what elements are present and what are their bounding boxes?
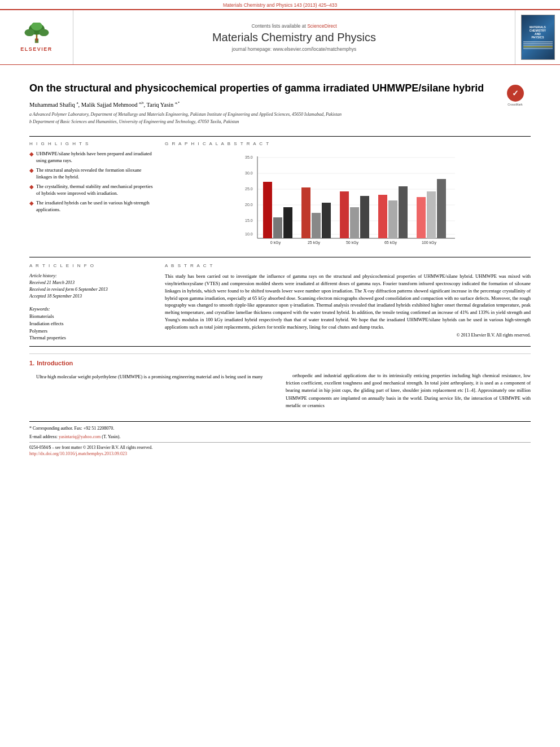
- svg-text:15.0: 15.0: [245, 219, 253, 222]
- svg-text:30.0: 30.0: [245, 171, 253, 175]
- svg-text:65 kGy: 65 kGy: [384, 241, 397, 245]
- journal-cover-area: MATERIALSCHEMISTRYANDPHYSICS: [515, 10, 560, 64]
- corresponding-note: * Corresponding author. Fax: +92 51 2208…: [29, 425, 531, 431]
- graphical-abstract-header: G R A P H I C A L A B S T R A C T: [165, 141, 531, 146]
- journal-cover: MATERIALSCHEMISTRYANDPHYSICS: [521, 15, 555, 60]
- highlights-list: ◆ UHMWPE/silane hybrids have been prepar…: [29, 151, 154, 213]
- intro-section-number: 1.: [29, 360, 34, 366]
- email-link[interactable]: yasintariq@yahoo.com: [59, 434, 100, 439]
- bullet-1: ◆: [29, 150, 34, 164]
- article-info-abstract-section: A R T I C L E I N F O Article history: R…: [29, 263, 531, 342]
- article-info-left: A R T I C L E I N F O Article history: R…: [29, 263, 154, 342]
- highlight-text-3: The crystallinity, thermal stability and…: [36, 184, 154, 197]
- highlights-section: H I G H L I G H T S ◆ UHMWPE/silane hybr…: [29, 141, 154, 252]
- affiliation-b: b Department of Basic Sciences and Human…: [29, 119, 531, 125]
- svg-rect-36: [399, 186, 408, 238]
- keyword-2: Irradiation effects: [29, 320, 154, 327]
- highlight-item-4: ◆ The irradiated hybrids can be used in …: [29, 200, 154, 213]
- highlights-header: H I G H L I G H T S: [29, 141, 154, 146]
- keyword-3: Polymers: [29, 327, 154, 335]
- email-note: E-mail address: yasintariq@yahoo.com (T.…: [29, 434, 531, 440]
- highlight-item-3: ◆ The crystallinity, thermal stability a…: [29, 184, 154, 197]
- journal-header-center: Contents lists available at ScienceDirec…: [73, 10, 515, 64]
- svg-rect-23: [273, 217, 282, 238]
- journal-top-ref: Materials Chemistry and Physics 143 (201…: [0, 0, 560, 9]
- abstract-copyright: © 2013 Elsevier B.V. All rights reserved…: [165, 333, 531, 338]
- sciencedirect-link[interactable]: ScienceDirect: [307, 23, 336, 29]
- divider-2: [29, 257, 531, 257]
- bullet-4: ◆: [29, 199, 34, 213]
- svg-rect-30: [340, 191, 349, 238]
- svg-text:20.0: 20.0: [245, 203, 253, 207]
- svg-rect-34: [378, 195, 387, 238]
- main-content: On the structural and physicochemical pr…: [0, 65, 560, 464]
- footer-section: * Corresponding author. Fax: +92 51 2208…: [29, 421, 531, 456]
- graphical-abstract-chart: 35.0 30.0 25.0 20.0 15.0 10.0: [165, 151, 531, 252]
- elsevier-logo: ELSEVIER: [8, 20, 65, 54]
- highlight-text-1: UHMWPE/silane hybrids have been prepared…: [36, 151, 154, 164]
- svg-rect-27: [312, 213, 321, 238]
- highlight-item-2: ◆ The structural analysis revealed the f…: [29, 167, 154, 181]
- intro-col-right: orthopedic and industrial applications d…: [286, 360, 531, 412]
- svg-text:100 kGy: 100 kGy: [422, 241, 437, 245]
- abstract-section: A B S T R A C T This study has been carr…: [165, 263, 531, 342]
- keywords-label: Keywords:: [29, 305, 154, 313]
- footer-copyright: 0254-0584/$ – see front matter © 2013 El…: [29, 445, 531, 450]
- svg-point-3: [24, 29, 34, 36]
- svg-rect-26: [301, 187, 310, 238]
- keyword-1: Biomaterials: [29, 313, 154, 320]
- journal-homepage: journal homepage: www.elsevier.com/locat…: [85, 46, 504, 52]
- article-title-section: On the structural and physicochemical pr…: [29, 73, 531, 132]
- bar-chart-svg: 35.0 30.0 25.0 20.0 15.0 10.0: [165, 151, 531, 247]
- highlight-text-2: The structural analysis revealed the for…: [36, 167, 154, 181]
- revised-date: Received in revised form 6 September 201…: [29, 286, 154, 293]
- keyword-4: Thermal properties: [29, 334, 154, 342]
- bullet-2: ◆: [29, 167, 34, 181]
- elsevier-tree-icon: [17, 23, 56, 44]
- journal-cover-title: MATERIALSCHEMISTRYANDPHYSICS: [530, 25, 546, 39]
- introduction-section: 1. Introduction Ultra-high molecular wei…: [29, 353, 531, 412]
- journal-title: Materials Chemistry and Physics: [85, 31, 504, 44]
- highlight-item-1: ◆ UHMWPE/silane hybrids have been prepar…: [29, 151, 154, 164]
- accepted-date: Accepted 18 September 2013: [29, 293, 154, 300]
- journal-header: ELSEVIER Contents lists available at Sci…: [0, 9, 560, 65]
- elsevier-brand: ELSEVIER: [20, 46, 53, 52]
- intro-right-text: orthopedic and industrial applications d…: [286, 372, 531, 409]
- crossmark-text: CrossMark: [508, 103, 523, 106]
- divider-1: [29, 136, 531, 137]
- svg-rect-24: [283, 207, 292, 238]
- article-title: On the structural and physicochemical pr…: [29, 82, 531, 95]
- intro-col-left: 1. Introduction Ultra-high molecular wei…: [29, 360, 274, 412]
- affiliation-a: a Advanced Polymer Laboratory, Departmen…: [29, 111, 531, 117]
- svg-rect-38: [417, 197, 426, 238]
- svg-rect-31: [350, 207, 359, 238]
- svg-text:50 kGy: 50 kGy: [346, 241, 359, 245]
- svg-text:25 kGy: 25 kGy: [308, 241, 321, 245]
- affiliations: a Advanced Polymer Laboratory, Departmen…: [29, 111, 531, 125]
- highlights-graphical-section: H I G H L I G H T S ◆ UHMWPE/silane hybr…: [29, 141, 531, 252]
- footer-doi[interactable]: http://dx.doi.org/10.1016/j.matchemphys.…: [29, 451, 531, 456]
- footer-divider: [29, 442, 531, 443]
- svg-point-6: [36, 38, 38, 41]
- history-label: Article history:: [29, 273, 154, 279]
- abstract-header: A B S T R A C T: [165, 263, 531, 268]
- svg-rect-32: [360, 196, 369, 238]
- crossmark-icon: ✓: [507, 85, 524, 102]
- email-person: (T. Yasin).: [102, 434, 120, 439]
- sciencedirect-line: Contents lists available at ScienceDirec…: [85, 23, 504, 29]
- intro-two-col: 1. Introduction Ultra-high molecular wei…: [29, 360, 531, 412]
- svg-text:10.0: 10.0: [245, 232, 253, 236]
- svg-text:25.0: 25.0: [245, 187, 253, 191]
- svg-text:35.0: 35.0: [245, 155, 253, 159]
- svg-rect-39: [427, 191, 436, 238]
- divider-3: [29, 346, 531, 347]
- bullet-3: ◆: [29, 183, 34, 197]
- svg-point-4: [38, 29, 49, 36]
- crossmark-badge[interactable]: ✓ CrossMark: [500, 84, 531, 107]
- article-history: Article history: Received 21 March 2013 …: [29, 273, 154, 300]
- highlight-text-4: The irradiated hybrids can be used in va…: [36, 200, 154, 213]
- intro-left-text: Ultra-high molecular weight polyethylene…: [29, 373, 274, 381]
- svg-rect-22: [263, 182, 272, 238]
- article-info-header: A R T I C L E I N F O: [29, 263, 154, 268]
- svg-rect-35: [388, 200, 397, 238]
